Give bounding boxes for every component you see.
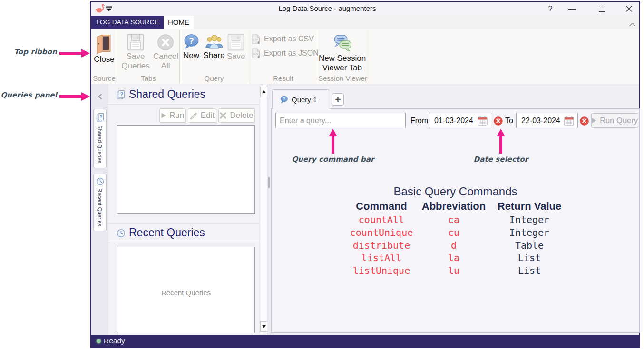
- clear-to-date-button[interactable]: [580, 116, 589, 126]
- sidebar-tab-label: Recent Queries: [97, 188, 103, 226]
- flamingo-app-icon[interactable]: [95, 3, 106, 15]
- play-icon: [161, 113, 166, 118]
- maximize-button[interactable]: [595, 2, 609, 16]
- title-bar: Log Data Source - augmenters ?: [91, 2, 639, 16]
- svg-text:?: ?: [283, 97, 285, 101]
- commands-table-title: Basic Query Commands: [272, 185, 639, 198]
- add-query-tab-button[interactable]: +: [332, 93, 344, 106]
- help-button[interactable]: ?: [543, 2, 557, 16]
- ribbon-group-label-result: Result: [248, 74, 318, 82]
- new-session-viewer-tab-button[interactable]: New Session Viewer Tab: [318, 32, 366, 73]
- annotation-arrow-up-icon: [328, 129, 338, 154]
- top-ribbon: Close Source Save Queries: [91, 29, 639, 84]
- sidebar-tab-recent-queries[interactable]: Recent Queries: [93, 174, 107, 231]
- annotation-date-selector: Date selector: [453, 155, 548, 164]
- annotation-queries-panel: Queries panel: [0, 91, 57, 99]
- svg-text:?: ?: [99, 114, 102, 119]
- return-value-cell: Integer: [472, 226, 586, 239]
- pencil-icon: [190, 112, 197, 119]
- tab-home[interactable]: HOME: [164, 16, 194, 29]
- collapse-ribbon-icon[interactable]: [629, 22, 636, 27]
- clock-icon: [117, 229, 126, 238]
- play-icon: [592, 117, 596, 124]
- cancel-all-button[interactable]: Cancel All: [153, 32, 178, 71]
- shared-queries-toolbar: Run Edit Delete: [108, 108, 255, 123]
- calendar-icon[interactable]: [564, 116, 574, 126]
- ribbon-button-label: Close: [92, 55, 117, 64]
- return-values-column: Return Value Integer Integer Table List …: [472, 199, 586, 277]
- recent-queries-header: Recent Queries: [108, 223, 259, 242]
- return-value-cell: List: [472, 264, 586, 277]
- ribbon-button-label: Cancel All: [153, 52, 178, 71]
- save-queries-button[interactable]: Save Queries: [120, 32, 151, 71]
- export-json-button[interactable]: JSON Export as JSON: [252, 48, 319, 59]
- ribbon-button-label: New Session Viewer Tab: [318, 54, 366, 73]
- group-separator: [366, 30, 366, 83]
- ribbon-group-label-query: Query: [180, 74, 248, 82]
- query-panel: From 01-03-2024 To 22-03-2024: [271, 108, 640, 333]
- scroll-down-button[interactable]: [260, 321, 268, 332]
- collapse-panel-icon[interactable]: [97, 93, 103, 100]
- maximize-square-icon: [599, 6, 605, 12]
- triangle-up-icon: [262, 90, 266, 93]
- run-button[interactable]: Run: [159, 108, 186, 123]
- ribbon-button-label: Save Queries: [120, 52, 151, 71]
- svg-text:JSON: JSON: [253, 53, 258, 55]
- query-input[interactable]: [275, 113, 406, 128]
- door-exit-icon: [96, 34, 113, 54]
- sidebar-tab-shared-queries[interactable]: ? Shared Queries: [93, 109, 107, 168]
- shared-queries-list[interactable]: [117, 125, 255, 214]
- calendar-icon[interactable]: [478, 116, 488, 126]
- ribbon-group-label-source: Source: [91, 74, 117, 82]
- from-date-field[interactable]: 01-03-2024: [429, 113, 491, 128]
- export-csv-button[interactable]: CSV Export as CSV: [252, 33, 314, 45]
- queries-panel: ? Shared Queries Run Edit: [108, 84, 259, 335]
- save-query-button[interactable]: Save: [226, 32, 246, 61]
- ribbon-group-query: ? New Share: [180, 29, 248, 84]
- close-x-icon: [625, 5, 633, 12]
- svg-text:?: ?: [120, 91, 123, 97]
- main-area: ? Shared Queries Recent Queries ?: [91, 84, 639, 335]
- csv-file-icon: CSV: [252, 34, 261, 44]
- tab-log-data-source[interactable]: LOG DATA SOURCE: [91, 16, 164, 29]
- status-text: Ready: [104, 335, 125, 347]
- recent-queries-list[interactable]: Recent Queries: [117, 247, 255, 333]
- share-query-button[interactable]: Share: [202, 32, 226, 60]
- status-dot-icon: [97, 339, 101, 343]
- ribbon-button-label: Share: [202, 51, 226, 60]
- return-value-cell: Integer: [472, 213, 586, 226]
- floppy-disk-icon: [127, 34, 144, 51]
- cancel-circle-icon: [157, 34, 174, 51]
- annotation-top-ribbon: Top ribbon: [14, 48, 57, 56]
- ribbon-button-label: Export as CSV: [264, 35, 314, 43]
- shared-queries-icon: ?: [96, 113, 104, 122]
- recent-queries-title: Recent Queries: [129, 226, 205, 239]
- shared-queries-header: ? Shared Queries: [108, 84, 259, 105]
- floppy-disk-icon: [227, 34, 244, 51]
- annotation-query-command-bar: Query command bar: [285, 155, 381, 164]
- edit-button[interactable]: Edit: [188, 108, 216, 123]
- clear-from-date-button[interactable]: [494, 116, 503, 126]
- json-file-icon: JSON: [252, 48, 261, 58]
- tab-query-1[interactable]: ? Query 1: [272, 89, 329, 109]
- panel-scrollbar[interactable]: [260, 85, 267, 334]
- panel-splitter[interactable]: [267, 84, 271, 335]
- clock-icon: [96, 177, 104, 185]
- delete-button[interactable]: Delete: [218, 108, 255, 123]
- annotation-arrow-up-icon: [496, 129, 506, 154]
- ribbon-tab-row: LOG DATA SOURCE HOME: [91, 16, 639, 29]
- menu-dropdown-icon[interactable]: [106, 6, 112, 11]
- from-label: From: [410, 113, 428, 128]
- scroll-up-button[interactable]: [260, 87, 268, 97]
- minimize-button[interactable]: [565, 2, 579, 16]
- run-query-button[interactable]: Run Query: [591, 113, 638, 128]
- shared-queries-title: Shared Queries: [129, 88, 205, 101]
- new-query-button[interactable]: ? New: [181, 32, 201, 60]
- to-date-field[interactable]: 22-03-2024: [516, 113, 578, 128]
- close-source-button[interactable]: Close: [92, 32, 117, 64]
- window-title: Log Data Source - augmenters: [278, 4, 376, 12]
- close-window-button[interactable]: [621, 2, 636, 16]
- ribbon-button-label: New: [181, 51, 201, 60]
- query-tab-label: Query 1: [292, 90, 317, 109]
- x-icon: [220, 112, 226, 119]
